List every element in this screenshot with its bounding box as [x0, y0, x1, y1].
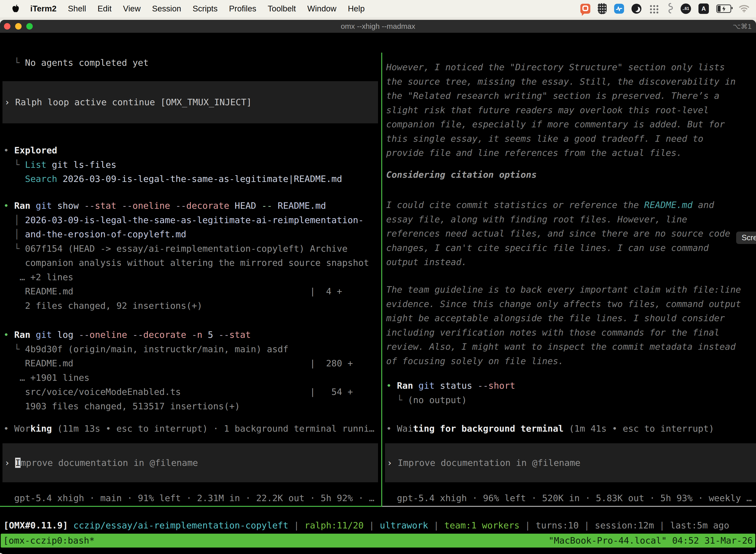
terminal-line: [OMX#0.11.9] cczip/essay/ai-reimplementa… — [3, 518, 729, 533]
terminal-line: … +1901 lines — [3, 371, 353, 385]
terminal-line: gpt-5.4 xhigh · main · 91% left · 2.31M … — [3, 491, 375, 505]
terminal-line: └ 067f154 (HEAD -> essay/ai-reimplementa… — [3, 241, 369, 256]
menu-item-toolbelt[interactable]: Toolbelt — [268, 4, 296, 13]
terminal-line: │ 2026-03-09-is-legal-the-same-as-legiti… — [3, 213, 369, 227]
git-log-block: • Ran git log --oneline --decorate -n 5 … — [3, 328, 353, 413]
terminal-line: • Ran git status --short — [386, 379, 515, 393]
terminal-line: src/voice/voiceModeEnabled.ts | 54 + — [3, 385, 353, 399]
terminal-line: README.md | 280 + — [3, 356, 353, 371]
terminal-line: Search 2026-03-09-is-legal-the-same-as-l… — [3, 172, 342, 186]
window-titlebar: omx --xhigh --madmax ⌥⌘1 — [0, 20, 756, 33]
terminal-line: • Ran git log --oneline --decorate -n 5 … — [3, 328, 353, 342]
terminal-pane-right[interactable]: However, I noticed the "Directory Struct… — [382, 53, 756, 506]
terminal-line: 2 files changed, 92 insertions(+) — [3, 298, 369, 313]
terminal-line: evidence. Since this change only affects… — [386, 297, 741, 311]
terminal-line: output instead. — [386, 255, 730, 269]
terminal-line: However, I noticed the "Directory Struct… — [386, 60, 736, 74]
tmux-status-bar: [omx-cczip0:bash* "MacBook-Pro-44.local"… — [1, 534, 755, 548]
chat-icon[interactable] — [580, 4, 590, 14]
terminal-line: • Ran git show --stat --oneline --decora… — [3, 199, 369, 213]
battery-icon[interactable] — [716, 4, 731, 13]
dots-grid-icon[interactable] — [649, 4, 658, 13]
terminal-line: Considering citation options — [386, 168, 537, 182]
terminal-line: gpt-5.4 xhigh · 96% left · 520K in · 5.8… — [386, 491, 752, 505]
input-source-icon[interactable]: A — [698, 3, 709, 14]
terminal-line: └ List git ls-files — [3, 158, 342, 172]
terminal-line: companion analysis without altering the … — [3, 256, 369, 270]
terminal-line: • Explored — [3, 143, 342, 158]
terminal-line: › Ralph loop active continue [OMX_TMUX_I… — [4, 95, 252, 109]
menu-item-session[interactable]: Session — [152, 4, 181, 13]
screen-recording-tooltip: Scre — [736, 232, 756, 244]
agents-note: └ No agents completed yet — [3, 56, 148, 70]
prompt-input-left[interactable]: › Improve documentation in @filename — [2, 443, 378, 482]
terminal-line: README.md | 4 + — [3, 284, 369, 298]
tmux-host-clock: "MacBook-Pro-44.local" 04:52 31-Mar-26 — [548, 534, 753, 548]
menu-items: iTerm2ShellEditViewSessionScriptsProfile… — [30, 4, 365, 13]
terminal-line: essay file, along with finding root file… — [386, 212, 730, 227]
terminal-line: └ No agents completed yet — [3, 56, 148, 70]
terminal-line: slight risk that future readers may over… — [386, 103, 736, 117]
menu-item-shell[interactable]: Shell — [68, 4, 86, 13]
terminal-line: • Waiting for background terminal (1m 41… — [386, 422, 714, 436]
ralph-inject-box[interactable]: › Ralph loop active continue [OMX_TMUX_I… — [2, 81, 378, 123]
window-title: omx --xhigh --madmax — [0, 22, 756, 31]
pane-divider-vertical[interactable] — [381, 53, 382, 506]
terminal-line: this single essay, it seems like a good … — [386, 131, 736, 146]
thinking-paragraph-1: However, I noticed the "Directory Struct… — [386, 60, 736, 160]
terminal-line: changes, I can't cite specific file line… — [386, 241, 730, 255]
menu-item-scripts[interactable]: Scripts — [192, 4, 217, 13]
terminal-line: companion file, especially if more comme… — [386, 117, 736, 131]
model-status-left: gpt-5.4 xhigh · main · 91% left · 2.31M … — [3, 491, 375, 505]
menu-item-help[interactable]: Help — [348, 4, 365, 13]
shield-keyboard-icon[interactable] — [598, 3, 607, 14]
menu-item-window[interactable]: Window — [307, 4, 336, 13]
apple-menu-icon[interactable] — [12, 4, 19, 13]
terminal-pane-left[interactable]: └ No agents completed yet › Ralph loop a… — [0, 53, 381, 506]
git-status-block: • Ran git status --short └ (no output) — [386, 379, 515, 407]
model-status-right: gpt-5.4 xhigh · 96% left · 520K in · 5.8… — [386, 491, 752, 505]
iterm-window: omx --xhigh --madmax ⌥⌘1 └ No agents com… — [0, 20, 756, 554]
menu-item-iterm2[interactable]: iTerm2 — [30, 4, 57, 13]
squiggle-icon[interactable] — [666, 2, 673, 15]
moon-focus-icon[interactable] — [631, 4, 641, 14]
explored-block: • Explored └ List git ls-files Search 20… — [3, 143, 342, 186]
terminal-line: The team guideline is to back every impo… — [386, 282, 741, 297]
menu-status-icons: ..61 A — [580, 2, 756, 15]
git-show-block: • Ran git show --stat --oneline --decora… — [3, 199, 369, 313]
menu-item-view[interactable]: View — [123, 4, 141, 13]
compass-icon[interactable] — [614, 4, 624, 14]
terminal-line: … +2 lines — [3, 270, 369, 284]
terminal-line: provide file and line references from th… — [386, 146, 736, 160]
terminal-line: the "Related research writing" section i… — [386, 89, 736, 103]
wifi-icon[interactable] — [739, 4, 750, 13]
terminal-line: • Working (11m 13s • esc to interrupt) ·… — [3, 422, 375, 436]
working-status-line: • Working (11m 13s • esc to interrupt) ·… — [3, 422, 375, 436]
menu-item-edit[interactable]: Edit — [98, 4, 112, 13]
menu-item-profiles[interactable]: Profiles — [229, 4, 256, 13]
terminal-line: review. Also, I might want to inspect th… — [386, 340, 741, 354]
omx-status-bar: [OMX#0.11.9] cczip/essay/ai-reimplementa… — [3, 518, 729, 533]
terminal-line: I could cite commit statistics or refere… — [386, 198, 730, 212]
terminal-line: 1903 files changed, 513517 insertions(+) — [3, 399, 353, 413]
terminal-line: › Improve documentation in @filename — [4, 456, 198, 470]
terminal-line: including verification notes with those … — [386, 325, 741, 340]
terminal-line: of focusing solely on file lines. — [386, 354, 741, 368]
terminal-line: └ 4b9d30f (origin/main, instructkr/main,… — [3, 342, 353, 356]
window-shortcut-badge: ⌥⌘1 — [733, 22, 752, 31]
terminal-line: references need actual files, and since … — [386, 226, 730, 241]
thinking-heading: Considering citation options — [386, 168, 537, 182]
terminal-line: │ and-the-erosion-of-copyleft.md — [3, 227, 369, 241]
menu-bar: iTerm2ShellEditViewSessionScriptsProfile… — [0, 0, 756, 17]
thinking-paragraph-2: I could cite commit statistics or refere… — [386, 198, 730, 269]
battery-percent-badge[interactable]: ..61 — [681, 3, 691, 14]
thinking-paragraph-3: The team guideline is to back every impo… — [386, 282, 741, 368]
terminal-line: └ (no output) — [386, 393, 515, 407]
terminal-line: the source tree, missing the essay. Stil… — [386, 74, 736, 89]
terminal-line: might be acceptable alongside the file l… — [386, 311, 741, 325]
terminal-line: › Improve documentation in @filename — [387, 456, 580, 470]
waiting-status-line: • Waiting for background terminal (1m 41… — [386, 422, 714, 436]
tmux-session-name: [omx-cczip0:bash* — [3, 534, 94, 548]
prompt-input-right[interactable]: › Improve documentation in @filename — [385, 443, 756, 482]
